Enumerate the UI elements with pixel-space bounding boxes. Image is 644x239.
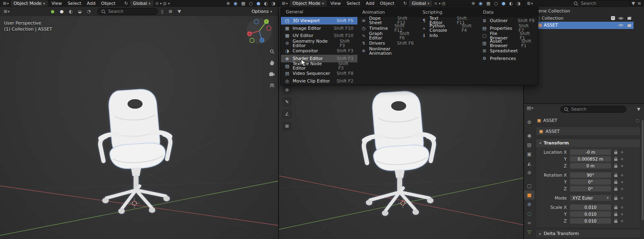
interaction-mode-dropdown[interactable]: Object Mode▼ [290,0,327,6]
transform-panel-header[interactable]: ▼ Transform [536,139,640,147]
xray-toggle-icon[interactable]: ▦ [240,1,246,6]
camera-icon[interactable] [627,23,632,27]
menu-item-asset-browser[interactable]: ▥Asset BrowserShift F1 [478,39,539,47]
data-tab[interactable]: ▽ [524,227,535,237]
output-tab[interactable]: ▤ [524,140,535,149]
tool-tab[interactable]: ⚙ [524,117,535,127]
menu-view[interactable]: View [328,1,344,6]
lock-icon[interactable] [614,175,617,177]
zoom-icon[interactable] [270,49,275,55]
menu-item-graph-editor[interactable]: ∿Graph EditorShift F6 [357,32,418,40]
menu-item-nonlinear-animation[interactable]: ≋Nonlinear Animation [357,47,418,55]
texture-ball-icon[interactable]: ◒ [77,9,83,14]
menu-item-preferences[interactable]: ⚙Preferences [478,55,539,62]
value-field-z[interactable]: 0.010 [570,218,611,224]
animate-decorator-icon[interactable] [621,181,623,183]
shading-ball-white-icon[interactable]: ● [58,9,65,14]
filter-funnel-icon[interactable]: ▼ [636,107,642,111]
camera-icon[interactable] [627,16,632,20]
bookmark-icon[interactable]: ▯ [160,9,165,14]
object-tab[interactable]: ■ [524,190,535,200]
constraints-tab[interactable]: ∞ [524,218,535,227]
pan-hand-icon[interactable] [269,60,275,66]
menu-add[interactable]: Add [84,1,98,6]
properties-scrollbar[interactable] [642,120,644,220]
animate-decorator-icon[interactable] [621,188,623,190]
snap-magnet-icon[interactable]: ∩ [433,1,439,6]
menu-select[interactable]: Select [65,1,84,6]
filter-funnel-icon[interactable]: ▼ [630,1,636,6]
world-tab[interactable]: ⊛ [524,168,535,177]
animate-decorator-icon[interactable] [621,158,623,160]
shading-solid-icon[interactable]: ● [500,1,507,6]
menu-item-dope-sheet[interactable]: ≡Dope SheetShift F12 [357,17,418,25]
perspective-grid-icon[interactable] [269,82,275,89]
menu-view[interactable]: View [49,1,65,6]
view-layer-tab[interactable]: ▣ [524,149,535,159]
scene-tab[interactable]: ◭ [524,159,535,168]
menu-object[interactable]: Object [98,1,118,6]
lock-icon[interactable] [614,181,617,184]
overlays-toggle-icon[interactable]: ◉ [478,1,484,6]
proportional-editing-icon[interactable]: ◎ [162,1,168,6]
object-name-row[interactable]: ▣ ASSET [536,127,640,135]
modifiers-tab[interactable]: ⊚ [524,200,535,209]
outliner-row-scene-collection[interactable]: ▥Scene Collection [524,8,634,15]
editor-type-selector-icon[interactable]: ⊞▼ [2,1,10,6]
rotation-mode-dropdown[interactable]: XYZ Euler▼ [570,195,611,201]
delta-transform-header[interactable]: ▶ Delta Transform [536,230,640,237]
menu-item-compositor[interactable]: ◑CompositorShift F3 [281,47,357,55]
viewport-search-input[interactable]: Search [97,8,158,15]
falloff-ball-icon[interactable]: ◔ [86,9,92,14]
shading-wireframe-icon[interactable]: ○ [248,1,254,6]
shading-material-icon[interactable]: ◐ [263,1,269,6]
pin-icon[interactable]: ◌ [634,118,641,123]
menu-item-info[interactable]: ℹInfo [418,32,478,40]
shading-rendered-icon[interactable]: ◑ [515,1,522,6]
animate-decorator-icon[interactable] [621,220,623,222]
animate-decorator-icon[interactable] [621,174,623,176]
editor-type-selector-icon[interactable]: ≣▼ [526,1,534,6]
xray-toggle-icon[interactable]: ▦ [485,1,491,6]
outliner-row-asset[interactable]: ▣ASSET [524,22,634,29]
outliner-row-collection[interactable]: ▼▢Collection✓ [524,15,634,22]
value-field-y[interactable]: 0.010 [570,211,611,217]
annotate-tool-icon[interactable]: ✎ [283,98,291,106]
properties-search-input[interactable]: Search [560,106,626,113]
value-field-z[interactable]: 0 m [570,163,611,169]
orientation-dropdown[interactable]: Global▼ [130,0,153,6]
collection-tab[interactable]: ▢ [524,181,535,190]
gizmo-toggle-icon[interactable]: ⊕ [470,1,476,6]
menu-item-image-editor[interactable]: ▦Image EditorShift F10 [281,25,357,32]
menu-item-outliner[interactable]: ≣OutlinerShift F9 [478,17,539,25]
cursor-tool-icon[interactable]: ⊕ [283,86,291,94]
value-field-location-x[interactable]: -0 m [570,149,611,155]
grid-display-icon[interactable]: ⊞ [167,9,173,14]
shading-wireframe-icon[interactable]: ○ [493,1,500,6]
viewport-3d-canvas-left[interactable]: User Perspective (1) Collection | ASSET … [0,16,278,239]
shading-ball-checker-icon[interactable]: ◐ [68,9,74,14]
menu-add[interactable]: Add [363,1,377,6]
value-field-rotation-x[interactable]: 90° [570,172,611,178]
menu-object[interactable]: Object [377,1,397,6]
checkbox-icon[interactable]: ✓ [611,16,615,20]
render-tab[interactable]: ◉ [524,131,535,140]
editor-type-selector-icon[interactable]: ⊞▼ [281,1,289,6]
interaction-mode-dropdown[interactable]: Object Mode▼ [11,0,48,6]
value-field-scale-x[interactable]: 0.010 [570,204,611,210]
menu-select[interactable]: Select [344,1,363,6]
animate-decorator-icon[interactable] [621,213,623,215]
menu-item-spreadsheet[interactable]: ⊞Spreadsheet [478,47,539,55]
lock-icon[interactable] [614,188,617,191]
menu-item-python-console[interactable]: »Python ConsoleShift F4 [418,25,478,32]
value-field-y[interactable]: 0.000852 m [570,156,611,162]
menu-item-texture-node-editor[interactable]: ▨Texture Node EditorShift F3 [281,62,357,70]
shading-rendered-icon[interactable]: ◑ [270,1,277,6]
lock-icon[interactable] [614,152,617,154]
eye-icon[interactable] [618,23,623,27]
filter-funnel-icon[interactable]: ▼ [176,9,182,14]
lock-icon[interactable] [614,214,617,216]
lock-icon[interactable] [614,198,617,200]
measure-tool-icon[interactable]: ∠ [283,110,291,118]
navigation-gizmo[interactable]: YXZ [246,17,273,45]
